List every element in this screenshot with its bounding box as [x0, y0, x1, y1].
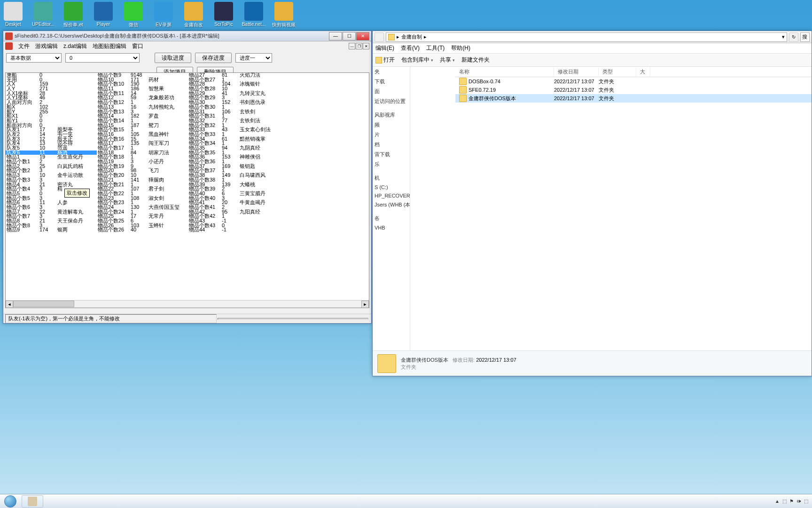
- icon-label: UPEditor...: [32, 22, 55, 27]
- header-date[interactable]: 修改日期: [554, 67, 599, 77]
- nav-item[interactable]: 风影视库: [373, 110, 410, 120]
- system-tray[interactable]: ▲ ⬚ ⚑ 🕪 ⬚: [771, 499, 812, 504]
- mdi-close[interactable]: ✕: [363, 43, 369, 49]
- list-headers[interactable]: 名称 修改日期 类型 大: [455, 67, 812, 77]
- app-icon: [34, 2, 53, 21]
- nav-item[interactable]: 片: [373, 130, 410, 140]
- desktop-icon[interactable]: EV录屏: [150, 1, 177, 29]
- explorer-file-list: 名称 修改日期 类型 大 DOSBox-0.74 2022/12/17 13:0…: [455, 67, 812, 350]
- maximize-button[interactable]: ☐: [343, 32, 356, 40]
- editor-titlebar[interactable]: sFishedit0.72.18-C:\Users\we\Desktop\金庸自…: [3, 31, 371, 41]
- icon-label: 报价单.et: [63, 22, 83, 28]
- mdi-restore[interactable]: ❐: [356, 43, 362, 49]
- icon-label: EV录屏: [156, 22, 171, 28]
- data-row[interactable]: 物品个数2640: [97, 228, 188, 232]
- read-progress-button[interactable]: 读取进度: [155, 53, 191, 63]
- desktop-icon[interactable]: 微信: [120, 1, 147, 29]
- desktop-icon[interactable]: Deskjet: [0, 1, 26, 29]
- app-icon: [124, 2, 143, 21]
- start-orb-icon: [4, 495, 16, 508]
- newfolder-button[interactable]: 新建文件夹: [461, 56, 490, 64]
- nav-back-button[interactable]: [375, 32, 384, 42]
- menu-file[interactable]: 文件: [18, 42, 30, 50]
- nav-item[interactable]: 面: [373, 87, 410, 96]
- combo-progress[interactable]: 进度一: [235, 53, 272, 63]
- combo-index[interactable]: 0: [65, 53, 140, 63]
- nav-item[interactable]: 下载: [373, 77, 410, 87]
- explorer-nav-tree[interactable]: 夹下载面近访问的位置风影视库频片档雷下载乐机S (C:)HP_RECOVERY …: [373, 67, 410, 350]
- mdi-minimize[interactable]: —: [349, 43, 355, 49]
- icon-label: 快剪辑视频: [272, 22, 296, 28]
- include-button[interactable]: 包含到库中: [401, 56, 433, 64]
- folder-large-icon: [377, 354, 396, 373]
- nav-item[interactable]: S (C:): [373, 183, 410, 191]
- refresh-button[interactable]: ↻: [789, 32, 798, 42]
- app-icon: [5, 32, 13, 40]
- menu-map-edit[interactable]: 地图贴图编辑: [93, 42, 126, 50]
- menu-zdat-edit[interactable]: z.dat编辑: [63, 42, 87, 50]
- menu-help[interactable]: 帮助(H): [451, 44, 470, 52]
- nav-item[interactable]: 雷下载: [373, 150, 410, 159]
- nav-item[interactable]: 档: [373, 140, 410, 150]
- taskbar-item[interactable]: [22, 495, 43, 508]
- explorer-toolbar: 打开 包含到库中 共享 新建文件夹: [373, 54, 812, 67]
- file-row[interactable]: 金庸群侠传DOS版本 2022/12/17 13:07文件夹: [455, 94, 812, 103]
- desktop-icon[interactable]: ScrToPic: [211, 1, 237, 29]
- header-size[interactable]: 大: [636, 67, 650, 77]
- icon-label: Player: [97, 22, 110, 27]
- tray-icon[interactable]: 🕪: [796, 499, 801, 504]
- nav-item[interactable]: 机: [373, 173, 410, 183]
- desktop-icon[interactable]: 快剪辑视频: [271, 1, 297, 29]
- minimize-button[interactable]: —: [329, 32, 342, 40]
- open-button[interactable]: 打开: [375, 56, 395, 64]
- folder-icon: [459, 78, 467, 85]
- app-icon: [214, 2, 233, 21]
- close-button[interactable]: ✕: [356, 32, 369, 40]
- share-button[interactable]: 共享: [440, 56, 455, 64]
- desktop-icon[interactable]: Player: [90, 1, 117, 29]
- nav-item[interactable]: 各: [373, 214, 410, 223]
- horizontal-scrollbar[interactable]: ◄ ►: [6, 300, 369, 308]
- nav-item[interactable]: 夹: [373, 67, 410, 77]
- desktop-icon[interactable]: 报价单.et: [60, 1, 86, 29]
- tray-icon[interactable]: ⬚: [804, 499, 808, 504]
- desktop-icon[interactable]: 金庸自改: [180, 1, 207, 29]
- scroll-thumb[interactable]: [13, 301, 74, 307]
- desktop-icon[interactable]: UPEditor...: [30, 1, 56, 29]
- menu-game-edit[interactable]: 游戏编辑: [35, 42, 58, 50]
- address-path[interactable]: ▸ 金庸自制 ▸ ▾: [386, 32, 787, 42]
- nav-item[interactable]: Jsers (WHB (本机)): [373, 200, 410, 210]
- nav-item[interactable]: 乐: [373, 159, 410, 169]
- app-icon: [184, 2, 203, 21]
- file-row[interactable]: DOSBox-0.74 2022/12/17 13:07文件夹: [455, 77, 812, 86]
- file-row[interactable]: SFE0.72.19 2022/12/17 13:07文件夹: [455, 86, 812, 94]
- save-progress-button[interactable]: 保存进度: [195, 53, 232, 63]
- details-name: 金庸群侠传DOS版本: [401, 357, 448, 363]
- app-icon: [94, 2, 113, 21]
- header-name[interactable]: 名称: [455, 67, 554, 77]
- menu-window[interactable]: 窗口: [132, 42, 143, 50]
- edit-tooltip: 双击修改: [64, 189, 90, 198]
- menu-edit[interactable]: 编辑(E): [375, 44, 394, 52]
- nav-item[interactable]: 近访问的位置: [373, 96, 410, 106]
- nav-item[interactable]: 频: [373, 120, 410, 130]
- tray-icon[interactable]: ⬚: [782, 499, 787, 504]
- nav-item[interactable]: VHB: [373, 223, 410, 232]
- nav-item[interactable]: HP_RECOVERY (D:): [373, 191, 410, 200]
- search-box[interactable]: 搜: [800, 32, 810, 42]
- data-row[interactable]: 物品44-1: [188, 228, 279, 232]
- header-type[interactable]: 类型: [599, 67, 636, 77]
- menu-view[interactable]: 查看(V): [401, 44, 420, 52]
- app-icon: [274, 2, 293, 21]
- combo-category[interactable]: 基本数据: [6, 53, 62, 63]
- tray-icon[interactable]: ▲: [775, 499, 780, 504]
- start-button[interactable]: [0, 494, 21, 508]
- desktop-icon[interactable]: Battle.net...: [241, 1, 267, 29]
- scroll-right-arrow[interactable]: ►: [361, 301, 369, 308]
- data-row[interactable]: 物品9174银两: [6, 228, 97, 232]
- tray-icon[interactable]: ⚑: [789, 499, 794, 504]
- open-icon: [375, 57, 382, 64]
- menu-tools[interactable]: 工具(T): [426, 44, 445, 52]
- scroll-left-arrow[interactable]: ◄: [6, 301, 13, 308]
- app-icon: [244, 2, 263, 21]
